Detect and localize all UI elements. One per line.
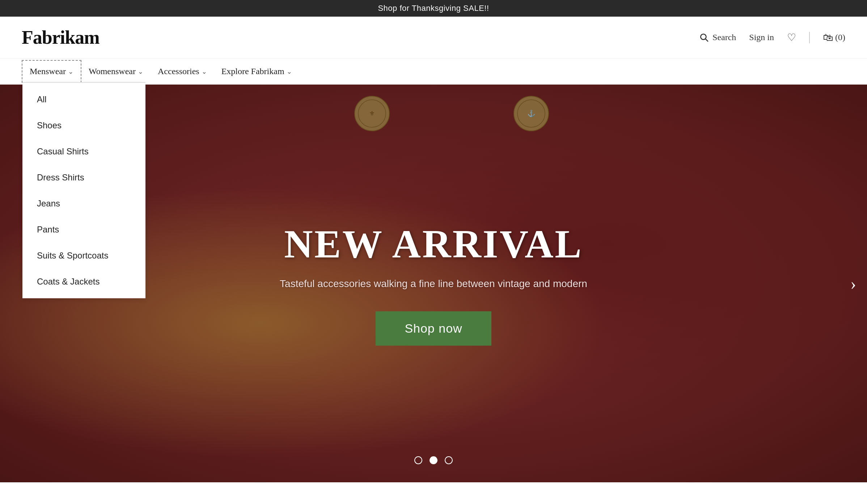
dropdown-item-all[interactable]: All: [22, 86, 145, 112]
header-right: Search Sign in ♡ 🛍 (0): [699, 31, 845, 43]
carousel-dot-1[interactable]: [414, 456, 422, 464]
nav-item-womenswear[interactable]: Womenswear ⌄: [89, 59, 158, 84]
carousel-next-button[interactable]: ›: [850, 274, 856, 294]
logo[interactable]: Fabrikam: [22, 27, 99, 48]
header: Fabrikam Search Sign in ♡ 🛍 (0): [0, 17, 867, 59]
top-banner: Shop for Thanksgiving SALE!!: [0, 0, 867, 17]
chevron-down-icon: ⌄: [202, 68, 207, 76]
chevron-down-icon: ⌄: [138, 68, 143, 76]
dropdown-item-pants[interactable]: Pants: [22, 217, 145, 243]
svg-text:⚜: ⚜: [369, 110, 375, 117]
hero-subtitle: Tasteful accessories walking a fine line…: [280, 278, 587, 290]
nav-item-accessories[interactable]: Accessories ⌄: [158, 59, 221, 84]
wishlist-button[interactable]: ♡: [787, 31, 796, 43]
nav-item-explore[interactable]: Explore Fabrikam ⌄: [221, 59, 306, 84]
nav-label-accessories: Accessories: [158, 67, 199, 76]
dropdown-item-dress-shirts[interactable]: Dress Shirts: [22, 165, 145, 191]
dropdown-item-jeans[interactable]: Jeans: [22, 191, 145, 217]
nav-label-womenswear: Womenswear: [89, 67, 136, 76]
svg-point-0: [701, 34, 706, 39]
hero-title: NEW ARRIVAL: [280, 221, 587, 267]
hero-decoration-top2: ⚓: [513, 95, 549, 132]
svg-text:⚓: ⚓: [527, 110, 536, 118]
carousel-dots: [414, 456, 453, 464]
cart-count: (0): [835, 33, 845, 42]
hero-content: NEW ARRIVAL Tasteful accessories walking…: [280, 221, 587, 346]
banner-text: Shop for Thanksgiving SALE!!: [378, 4, 489, 13]
dropdown-item-shoes[interactable]: Shoes: [22, 112, 145, 138]
svg-line-1: [706, 39, 708, 41]
nav-label-menswear: Menswear: [30, 67, 66, 76]
dropdown-item-casual-shirts[interactable]: Casual Shirts: [22, 138, 145, 165]
menswear-dropdown: All Shoes Casual Shirts Dress Shirts Jea…: [22, 82, 145, 298]
search-button[interactable]: Search: [699, 33, 736, 42]
carousel-dot-2[interactable]: [430, 456, 437, 464]
hero-decoration-top: ⚜: [354, 95, 390, 132]
chevron-down-icon: ⌄: [68, 68, 73, 76]
chevron-down-icon: ⌄: [287, 68, 292, 76]
carousel-dot-3[interactable]: [445, 456, 453, 464]
dropdown-item-coats[interactable]: Coats & Jackets: [22, 269, 145, 295]
nav-label-explore: Explore Fabrikam: [221, 67, 284, 76]
nav-item-menswear[interactable]: Menswear ⌄ All Shoes Casual Shirts Dress…: [22, 60, 81, 83]
search-label: Search: [712, 33, 736, 42]
cart-icon: 🛍: [823, 31, 833, 43]
search-icon: [699, 33, 709, 42]
navigation: Menswear ⌄ All Shoes Casual Shirts Dress…: [0, 59, 867, 85]
header-divider: [809, 32, 810, 43]
dropdown-item-suits[interactable]: Suits & Sportcoats: [22, 243, 145, 269]
signin-button[interactable]: Sign in: [749, 33, 774, 42]
shop-now-button[interactable]: Shop now: [376, 311, 491, 346]
cart-button[interactable]: 🛍 (0): [823, 31, 845, 43]
